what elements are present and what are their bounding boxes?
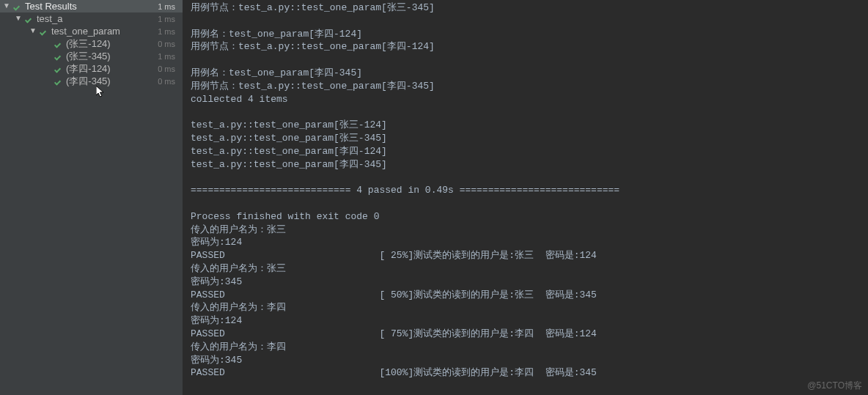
tree-suite-duration: 1 ms (158, 15, 180, 23)
chevron-down-icon[interactable] (29, 27, 37, 34)
check-icon (25, 15, 34, 23)
chevron-down-icon[interactable] (15, 15, 22, 22)
tree-suite-label: test_a (37, 13, 62, 24)
check-icon (54, 64, 63, 73)
tree-fn-label: test_one_param (51, 26, 120, 37)
console-output[interactable]: 用例节点：test_a.py::test_one_param[张三-345] 用… (183, 0, 868, 395)
tree-param-label: (李四-124) (66, 62, 111, 75)
tree-root-label: Test Results (25, 1, 77, 12)
check-icon (40, 27, 48, 36)
tree-param-label: (李四-345) (66, 75, 111, 88)
tree-param-3[interactable]: (李四-345) 0 ms (0, 75, 183, 87)
tree-param-duration: 0 ms (158, 40, 180, 48)
tree-param-1[interactable]: (张三-345) 1 ms (0, 50, 183, 62)
tree-param-2[interactable]: (李四-124) 0 ms (0, 62, 183, 75)
check-icon (54, 40, 63, 48)
check-icon (13, 2, 22, 11)
check-icon (54, 77, 63, 86)
tree-param-duration: 0 ms (158, 64, 180, 73)
tree-param-label: (张三-345) (66, 50, 111, 63)
tree-fn-duration: 1 ms (158, 27, 180, 36)
tree-root-duration: 1 ms (158, 2, 180, 11)
tree-root-test-results[interactable]: Test Results 1 ms (0, 0, 183, 12)
check-icon (54, 52, 63, 61)
tree-param-duration: 0 ms (158, 77, 180, 86)
tree-fn-test-one-param[interactable]: test_one_param 1 ms (0, 25, 183, 37)
tree-suite-test-a[interactable]: test_a 1 ms (0, 12, 183, 25)
tree-param-0[interactable]: (张三-124) 0 ms (0, 37, 183, 50)
tree-param-label: (张三-124) (66, 37, 111, 51)
tree-param-duration: 1 ms (158, 52, 180, 61)
watermark: @51CTO博客 (807, 380, 862, 392)
test-tree-panel: Test Results 1 ms test_a 1 ms test_one_p… (0, 0, 183, 395)
chevron-down-icon[interactable] (3, 2, 10, 10)
